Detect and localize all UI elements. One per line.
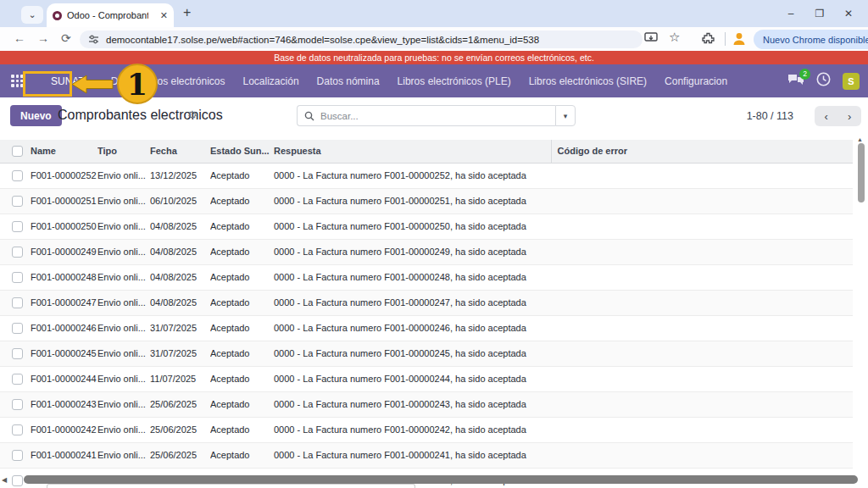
- new-tab-button[interactable]: +: [183, 5, 191, 20]
- navbar-systray: 2 S: [787, 64, 860, 97]
- navbar-item-5[interactable]: Libros electrónicos (SIRE): [527, 72, 648, 91]
- restore-button[interactable]: ❐: [805, 0, 834, 27]
- row-checkbox[interactable]: [12, 272, 23, 283]
- pager-range: 1-80 / 113: [747, 110, 793, 122]
- table-row[interactable]: F001-00000251 Envio onli... 06/10/2025 A…: [0, 188, 853, 214]
- status-box: [47, 484, 415, 488]
- messages-button[interactable]: 2: [787, 73, 804, 90]
- row-checkbox[interactable]: [12, 297, 23, 308]
- row-checkbox[interactable]: [12, 247, 23, 258]
- bookmark-star-icon[interactable]: ☆: [669, 30, 680, 45]
- tab-title: Odoo - Comprobantes electron: [67, 10, 148, 20]
- select-all-checkbox[interactable]: [12, 146, 23, 157]
- close-button[interactable]: ✕: [834, 0, 863, 27]
- window-controls: – ❐ ✕: [776, 0, 863, 27]
- search-icon: [304, 111, 314, 121]
- pager-next-button[interactable]: ›: [838, 106, 862, 126]
- header-name[interactable]: Name: [31, 140, 97, 163]
- chrome-update-button[interactable]: Nuevo Chrome disponible ⋮: [754, 30, 868, 49]
- messages-badge: 2: [799, 69, 810, 80]
- vertical-scrollbar[interactable]: [858, 143, 865, 202]
- caret-down-icon: ▾: [564, 112, 568, 120]
- row-checkbox[interactable]: [12, 424, 23, 435]
- navbar-item-2[interactable]: Localización: [242, 72, 301, 91]
- activities-button[interactable]: [816, 72, 831, 90]
- chevron-down-icon: ⌄: [28, 9, 36, 20]
- gear-icon[interactable]: ⚙: [187, 108, 198, 121]
- row-checkbox[interactable]: [12, 475, 23, 486]
- table-row[interactable]: F001-00000246 Envio onli... 31/07/2025 A…: [0, 315, 853, 341]
- minimize-button[interactable]: –: [776, 0, 805, 27]
- table-row[interactable]: F001-00000242 Envio onli... 25/06/2025 A…: [0, 417, 853, 442]
- list-view: Name Tipo Fecha Estado Sun... Respuesta …: [0, 134, 868, 488]
- neutralized-db-banner: Base de datos neutralizada para pruebas:…: [0, 51, 868, 64]
- search-area: ▾: [297, 105, 576, 126]
- address-bar[interactable]: democontable17.solse.pe/web#action=746&m…: [80, 30, 643, 48]
- browser-window: ⌄ Odoo - Comprobantes electron ✕ + – ❐ ✕…: [0, 0, 868, 488]
- table-row[interactable]: F001-00000252 Envio onli... 13/12/2025 A…: [0, 163, 853, 188]
- header-fecha[interactable]: Fecha: [150, 140, 210, 163]
- page-title: Comprobantes electronicos: [58, 108, 223, 123]
- back-icon[interactable]: ←: [14, 31, 25, 45]
- install-app-icon[interactable]: [644, 32, 658, 44]
- records-table: Name Tipo Fecha Estado Sun... Respuesta …: [0, 140, 853, 488]
- forward-icon[interactable]: →: [37, 31, 49, 45]
- table-row[interactable]: F001-00000248 Envio onli... 04/08/2025 A…: [0, 264, 853, 290]
- header-estado[interactable]: Estado Sun...: [210, 140, 274, 163]
- profile-avatar-icon[interactable]: [731, 30, 748, 47]
- row-checkbox[interactable]: [12, 348, 23, 359]
- row-checkbox[interactable]: [12, 399, 23, 410]
- header-respuesta[interactable]: Respuesta: [274, 140, 551, 163]
- table-row[interactable]: F001-00000244 Envio onli... 11/07/2025 A…: [0, 366, 853, 391]
- table-row[interactable]: F001-00000245 Envio onli... 31/07/2025 A…: [0, 341, 853, 366]
- navbar-item-6[interactable]: Configuracion: [663, 72, 729, 91]
- reload-icon[interactable]: ⟳: [61, 31, 71, 45]
- pager-buttons: ‹ ›: [815, 106, 861, 126]
- table-header-row: Name Tipo Fecha Estado Sun... Respuesta …: [0, 140, 853, 163]
- row-checkbox[interactable]: [12, 196, 23, 207]
- navbar-item-3[interactable]: Datos nómina: [315, 72, 381, 91]
- table-row[interactable]: F001-00000249 Envio onli... 04/08/2025 A…: [0, 239, 853, 264]
- navbar-item-4[interactable]: Libros electrónicos (PLE): [396, 72, 513, 91]
- table-row[interactable]: F001-00000243 Envio onli... 25/06/2025 A…: [0, 391, 853, 417]
- user-avatar[interactable]: S: [843, 73, 860, 90]
- row-checkbox[interactable]: [12, 374, 23, 385]
- header-codigo-error[interactable]: Código de error: [551, 140, 853, 163]
- clock-icon: [816, 72, 831, 86]
- table-row[interactable]: F001-00000247 Envio onli... 04/08/2025 A…: [0, 290, 853, 315]
- odoo-navbar: SUNATDocumentos electrónicosLocalización…: [0, 64, 868, 97]
- odoo-favicon-icon: [53, 11, 62, 20]
- browser-tab[interactable]: Odoo - Comprobantes electron ✕: [47, 3, 174, 27]
- table-row[interactable]: F001-00000250 Envio onli... 04/08/2025 A…: [0, 214, 853, 239]
- new-record-button[interactable]: Nuevo: [10, 105, 62, 126]
- control-panel: Nuevo Comprobantes electronicos ⚙ ▾ 1-80…: [0, 97, 868, 134]
- pager-prev-button[interactable]: ‹: [815, 106, 838, 126]
- url-text: democontable17.solse.pe/web#action=746&m…: [106, 35, 539, 45]
- toolbar-divider: [725, 32, 726, 46]
- tab-close-icon[interactable]: ✕: [160, 10, 168, 21]
- search-dropdown-button[interactable]: ▾: [555, 105, 576, 126]
- row-checkbox[interactable]: [12, 221, 23, 232]
- extensions-icon[interactable]: [702, 32, 715, 45]
- search-box[interactable]: [297, 105, 555, 126]
- navbar-item-0[interactable]: SUNAT: [41, 72, 95, 91]
- tab-search-button[interactable]: ⌄: [21, 6, 43, 24]
- navbar-item-1[interactable]: Documentos electrónicos: [109, 72, 227, 91]
- row-checkbox[interactable]: [12, 323, 23, 334]
- search-input[interactable]: [320, 111, 532, 121]
- scroll-up-icon[interactable]: ▲: [857, 136, 863, 142]
- table-row[interactable]: F001-00000241 Envio onli... 25/06/2025 A…: [0, 442, 853, 468]
- header-tipo[interactable]: Tipo: [97, 140, 150, 163]
- row-checkbox[interactable]: [12, 170, 23, 181]
- scroll-left-icon[interactable]: ◀: [2, 476, 7, 484]
- browser-titlebar: ⌄ Odoo - Comprobantes electron ✕ + – ❐ ✕: [0, 0, 868, 27]
- chrome-update-label: Nuevo Chrome disponible: [763, 35, 868, 45]
- navbar-menu: SUNATDocumentos electrónicosLocalización…: [41, 72, 729, 91]
- table-body: F001-00000252 Envio onli... 13/12/2025 A…: [0, 163, 853, 488]
- row-checkbox[interactable]: [12, 450, 23, 461]
- horizontal-scrollbar[interactable]: [24, 475, 858, 484]
- apps-grid-icon[interactable]: [11, 75, 24, 87]
- site-settings-icon[interactable]: [88, 34, 99, 45]
